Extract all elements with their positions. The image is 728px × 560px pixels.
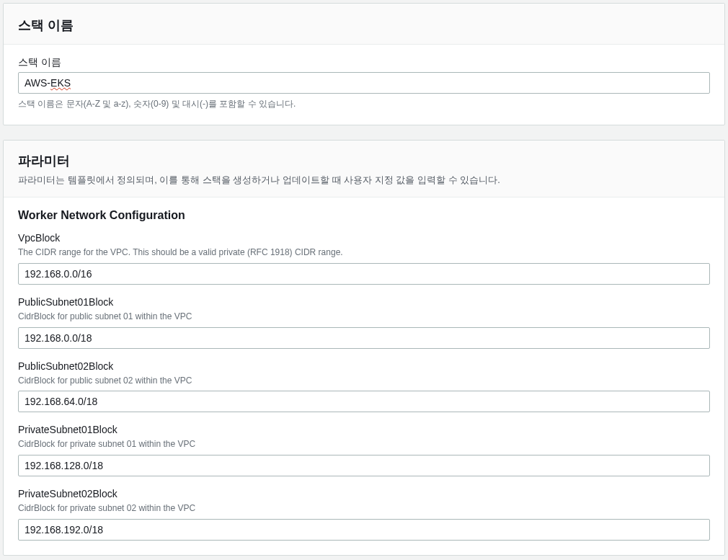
publicsubnet01-field-group: PublicSubnet01Block CidrBlock for public… bbox=[18, 296, 710, 349]
stack-name-input[interactable]: AWS-EKS bbox=[18, 72, 710, 94]
vpcblock-desc: The CIDR range for the VPC. This should … bbox=[18, 246, 710, 259]
privatesubnet01-desc: CidrBlock for private subnet 01 within t… bbox=[18, 438, 710, 450]
parameters-panel-body: Worker Network Configuration VpcBlock Th… bbox=[4, 197, 724, 555]
privatesubnet02-field-group: PrivateSubnet02Block CidrBlock for priva… bbox=[18, 488, 710, 541]
stack-name-help-text: 스택 이름은 문자(A-Z 및 a-z), 숫자(0-9) 및 대시(-)를 포… bbox=[18, 98, 710, 110]
publicsubnet01-input[interactable] bbox=[18, 327, 710, 349]
publicsubnet02-label: PublicSubnet02Block bbox=[18, 360, 710, 372]
publicsubnet01-desc: CidrBlock for public subnet 01 within th… bbox=[18, 311, 710, 323]
privatesubnet01-field-group: PrivateSubnet01Block CidrBlock for priva… bbox=[18, 424, 710, 476]
vpcblock-label: VpcBlock bbox=[18, 232, 710, 244]
parameters-panel-subtitle: 파라미터는 템플릿에서 정의되며, 이를 통해 스택을 생성하거나 업데이트할 … bbox=[18, 174, 710, 187]
publicsubnet02-desc: CidrBlock for public subnet 02 within th… bbox=[18, 375, 710, 387]
worker-network-section-title: Worker Network Configuration bbox=[18, 209, 710, 222]
privatesubnet01-label: PrivateSubnet01Block bbox=[18, 424, 710, 435]
vpcblock-input[interactable] bbox=[18, 263, 710, 285]
privatesubnet01-input[interactable] bbox=[18, 455, 710, 476]
stack-name-panel: 스택 이름 스택 이름 AWS-EKS 스택 이름은 문자(A-Z 및 a-z)… bbox=[3, 3, 725, 125]
parameters-panel: 파라미터 파라미터는 템플릿에서 정의되며, 이를 통해 스택을 생성하거나 업… bbox=[3, 140, 725, 556]
stack-name-panel-title: 스택 이름 bbox=[18, 17, 710, 34]
privatesubnet02-desc: CidrBlock for private subnet 02 within t… bbox=[18, 502, 710, 515]
stack-name-panel-header: 스택 이름 bbox=[4, 4, 724, 45]
parameters-panel-title: 파라미터 bbox=[18, 152, 710, 169]
stack-name-field-group: 스택 이름 AWS-EKS 스택 이름은 문자(A-Z 및 a-z), 숫자(0… bbox=[18, 56, 710, 110]
publicsubnet01-label: PublicSubnet01Block bbox=[18, 296, 710, 308]
vpcblock-field-group: VpcBlock The CIDR range for the VPC. Thi… bbox=[18, 232, 710, 285]
privatesubnet02-label: PrivateSubnet02Block bbox=[18, 488, 710, 499]
stack-name-panel-body: 스택 이름 AWS-EKS 스택 이름은 문자(A-Z 및 a-z), 숫자(0… bbox=[4, 45, 724, 125]
parameters-panel-header: 파라미터 파라미터는 템플릿에서 정의되며, 이를 통해 스택을 생성하거나 업… bbox=[4, 141, 724, 197]
publicsubnet02-field-group: PublicSubnet02Block CidrBlock for public… bbox=[18, 360, 710, 413]
stack-name-label: 스택 이름 bbox=[18, 56, 710, 69]
privatesubnet02-input[interactable] bbox=[18, 519, 710, 541]
publicsubnet02-input[interactable] bbox=[18, 391, 710, 412]
